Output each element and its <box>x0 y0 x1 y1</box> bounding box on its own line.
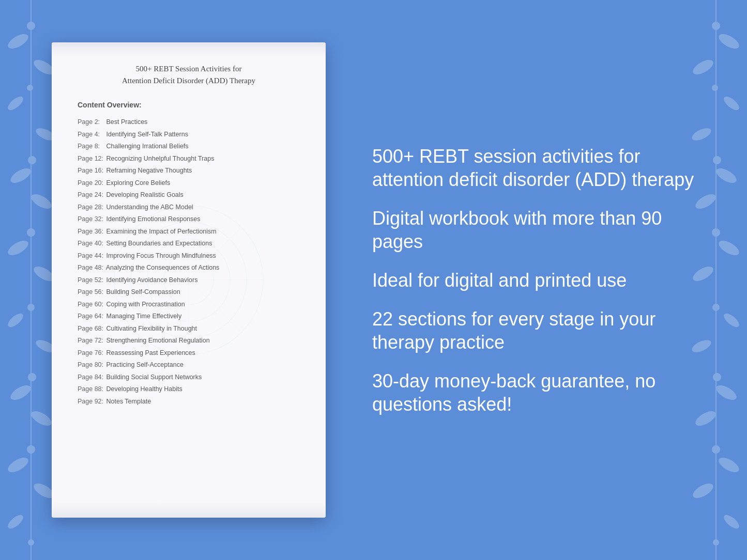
toc-title: Building Social Support Networks <box>104 374 202 381</box>
doc-title: 500+ REBT Session Activities for Attenti… <box>78 63 300 86</box>
toc-page-num: Page 8: <box>78 142 104 151</box>
toc-page-num: Page 12: <box>78 154 104 164</box>
svg-point-29 <box>712 22 720 30</box>
toc-page-num: Page 56: <box>78 288 104 297</box>
toc-title: Reframing Negative Thoughts <box>104 167 192 174</box>
toc-page-num: Page 52: <box>78 276 104 285</box>
toc-title: Notes Template <box>104 398 151 405</box>
toc-item: Page 4: Identifying Self-Talk Patterns <box>78 129 300 141</box>
toc-page-num: Page 4: <box>78 130 104 139</box>
svg-point-27 <box>722 94 741 112</box>
toc-page-num: Page 60: <box>78 300 104 309</box>
toc-page-num: Page 88: <box>78 385 104 394</box>
toc-page-num: Page 68: <box>78 324 104 334</box>
left-panel: 500+ REBT Session Activities for Attenti… <box>0 0 341 560</box>
toc-page-num: Page 24: <box>78 191 104 200</box>
toc-page-num: Page 16: <box>78 166 104 176</box>
feature-text-5: 30-day money-back guarantee, no question… <box>372 369 706 416</box>
toc-page-num: Page 80: <box>78 361 104 370</box>
toc-page-num: Page 92: <box>78 397 104 407</box>
svg-point-25 <box>716 31 741 51</box>
toc-page-num: Page 2: <box>78 118 104 127</box>
toc-page-num: Page 40: <box>78 239 104 248</box>
toc-item: Page 2: Best Practices <box>78 116 300 129</box>
svg-point-46 <box>722 512 741 531</box>
toc-item: Page 92: Notes Template <box>78 396 300 408</box>
toc-item: Page 84: Building Social Support Network… <box>78 371 300 384</box>
toc-page-num: Page 84: <box>78 373 104 382</box>
toc-page-num: Page 72: <box>78 336 104 346</box>
svg-point-26 <box>691 57 715 77</box>
feature-text-2: Digital workbook with more than 90 pages <box>372 207 706 253</box>
toc-page-num: Page 44: <box>78 252 104 261</box>
svg-point-30 <box>712 85 718 91</box>
svg-point-44 <box>691 480 715 501</box>
document-card: 500+ REBT Session Activities for Attenti… <box>52 42 326 518</box>
content-overview-label: Content Overview: <box>78 101 300 109</box>
toc-page-num: Page 20: <box>78 179 104 188</box>
toc-title: Best Practices <box>104 118 147 126</box>
toc-title: Exploring Core Beliefs <box>104 179 170 186</box>
toc-item: Page 16: Reframing Negative Thoughts <box>78 165 300 177</box>
watermark-mandala <box>106 197 271 363</box>
toc-item: Page 20: Exploring Core Beliefs <box>78 177 300 190</box>
toc-title: Challenging Irrational Beliefs <box>104 143 189 150</box>
toc-title: Recognizing Unhelpful Thought Traps <box>104 155 214 162</box>
toc-title: Developing Healthy Habits <box>104 385 182 393</box>
feature-text-1: 500+ REBT session activities for attenti… <box>372 145 706 191</box>
toc-page-num: Page 76: <box>78 349 104 358</box>
svg-point-43 <box>716 455 741 475</box>
right-panel: 500+ REBT session activities for attenti… <box>341 114 747 447</box>
toc-page-num: Page 36: <box>78 227 104 237</box>
svg-point-47 <box>713 539 719 546</box>
doc-bottom-border <box>52 502 326 518</box>
feature-text-3: Ideal for digital and printed use <box>372 269 706 292</box>
feature-text-4: 22 sections for every stage in your ther… <box>372 307 706 354</box>
toc-item: Page 88: Developing Healthy Habits <box>78 383 300 396</box>
toc-page-num: Page 64: <box>78 312 104 321</box>
toc-page-num: Page 32: <box>78 215 104 224</box>
doc-top-border <box>52 42 326 58</box>
toc-item: Page 8: Challenging Irrational Beliefs <box>78 141 300 153</box>
toc-page-num: Page 48: <box>78 263 104 273</box>
toc-title: Identifying Self-Talk Patterns <box>104 131 188 138</box>
toc-item: Page 12: Recognizing Unhelpful Thought T… <box>78 153 300 165</box>
toc-page-num: Page 28: <box>78 203 104 212</box>
